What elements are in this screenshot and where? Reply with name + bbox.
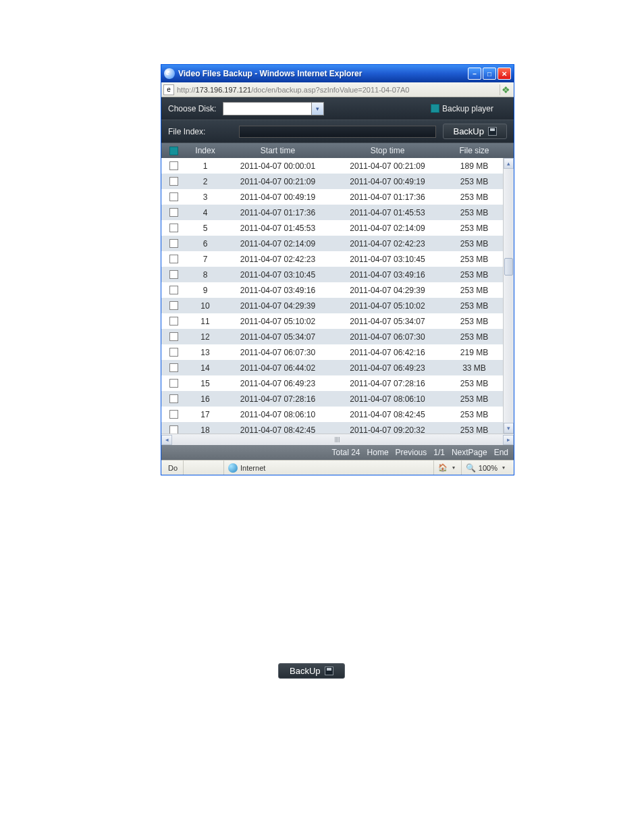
row-checkbox[interactable] bbox=[169, 425, 178, 434]
status-done: Do bbox=[164, 461, 183, 475]
scroll-grip-icon bbox=[335, 437, 340, 442]
ie-icon bbox=[164, 68, 175, 79]
backup-player-label: Backup player bbox=[442, 104, 493, 113]
cell-index: 16 bbox=[188, 394, 222, 404]
app-body: Choose Disk: ▾ Backup player File Index:… bbox=[161, 97, 514, 460]
row-checkbox[interactable] bbox=[169, 239, 178, 248]
row-checkbox[interactable] bbox=[169, 394, 178, 403]
compat-icon[interactable]: ❖ bbox=[500, 84, 512, 95]
horizontal-scrollbar[interactable]: ◂ ▸ bbox=[161, 434, 514, 445]
cell-index: 2 bbox=[188, 177, 222, 186]
table-row[interactable]: 52011-04-07 01:45:532011-04-07 02:14:092… bbox=[161, 220, 514, 236]
cell-stop: 2011-04-07 05:10:02 bbox=[333, 301, 441, 311]
cell-stop: 2011-04-07 09:20:32 bbox=[333, 425, 441, 434]
row-checkbox[interactable] bbox=[169, 363, 178, 372]
backup-button-standalone[interactable]: BackUp bbox=[278, 663, 345, 679]
disk-select[interactable]: ▾ bbox=[223, 102, 324, 115]
backup-button[interactable]: BackUp bbox=[443, 124, 507, 139]
cell-index: 12 bbox=[188, 332, 222, 342]
table-row[interactable]: 182011-04-07 08:42:452011-04-07 09:20:32… bbox=[161, 422, 514, 434]
cell-stop: 2011-04-07 04:29:39 bbox=[333, 286, 441, 295]
cell-start: 2011-04-07 00:49:19 bbox=[222, 192, 333, 202]
table-row[interactable]: 162011-04-07 07:28:162011-04-07 08:06:10… bbox=[161, 391, 514, 407]
row-checkbox[interactable] bbox=[169, 161, 178, 170]
cell-index: 1 bbox=[188, 161, 222, 171]
pager-next[interactable]: NextPage bbox=[452, 448, 487, 457]
row-checkbox[interactable] bbox=[169, 410, 178, 419]
cell-start: 2011-04-07 00:21:09 bbox=[222, 177, 333, 186]
row-checkbox[interactable] bbox=[169, 177, 178, 186]
scroll-up-icon[interactable]: ▴ bbox=[504, 158, 514, 169]
table-row[interactable]: 112011-04-07 05:10:022011-04-07 05:34:07… bbox=[161, 313, 514, 329]
row-checkbox[interactable] bbox=[169, 192, 178, 201]
table-row[interactable]: 92011-04-07 03:49:162011-04-07 04:29:392… bbox=[161, 282, 514, 298]
zoom-level[interactable]: 🔍 100% ▾ bbox=[461, 461, 511, 475]
table-row[interactable]: 82011-04-07 03:10:452011-04-07 03:49:162… bbox=[161, 267, 514, 282]
table-row[interactable]: 32011-04-07 00:49:192011-04-07 01:17:362… bbox=[161, 189, 514, 205]
row-checkbox[interactable] bbox=[169, 332, 178, 341]
table-row[interactable]: 152011-04-07 06:49:232011-04-07 07:28:16… bbox=[161, 375, 514, 391]
table-row[interactable]: 42011-04-07 01:17:362011-04-07 01:45:532… bbox=[161, 205, 514, 220]
table-row[interactable]: 172011-04-07 08:06:102011-04-07 08:42:45… bbox=[161, 407, 514, 422]
row-checkbox[interactable] bbox=[169, 208, 178, 217]
cell-stop: 2011-04-07 00:21:09 bbox=[333, 161, 441, 171]
table-body: 12011-04-07 00:00:012011-04-07 00:21:091… bbox=[161, 158, 514, 434]
row-checkbox[interactable] bbox=[169, 270, 178, 279]
table-row[interactable]: 122011-04-07 05:34:072011-04-07 06:07:30… bbox=[161, 329, 514, 344]
table-row[interactable]: 72011-04-07 02:42:232011-04-07 03:10:452… bbox=[161, 251, 514, 267]
pager: Total 24 Home Previous 1/1 NextPage End bbox=[161, 445, 514, 460]
cell-stop: 2011-04-07 08:06:10 bbox=[333, 394, 441, 404]
toolbar-disk: Choose Disk: ▾ Backup player bbox=[161, 97, 514, 120]
minimize-button[interactable]: – bbox=[468, 68, 481, 80]
cell-start: 2011-04-07 08:06:10 bbox=[222, 410, 333, 419]
close-button[interactable]: ✕ bbox=[498, 68, 511, 80]
select-all-checkbox[interactable] bbox=[169, 147, 178, 155]
maximize-button[interactable]: □ bbox=[483, 68, 496, 80]
cell-stop: 2011-04-07 07:28:16 bbox=[333, 379, 441, 388]
cell-start: 2011-04-07 06:49:23 bbox=[222, 379, 333, 388]
file-index-input[interactable] bbox=[239, 126, 436, 138]
row-checkbox[interactable] bbox=[169, 301, 178, 310]
cell-start: 2011-04-07 01:17:36 bbox=[222, 208, 333, 217]
protected-mode[interactable]: 🏠▾ bbox=[433, 461, 461, 475]
pager-home[interactable]: Home bbox=[367, 448, 389, 457]
titlebar[interactable]: Video Files Backup - Windows Internet Ex… bbox=[161, 65, 514, 82]
vertical-scrollbar[interactable]: ▴ ▾ bbox=[503, 158, 514, 434]
row-checkbox[interactable] bbox=[169, 379, 178, 388]
globe-icon bbox=[228, 463, 238, 473]
table-row[interactable]: 102011-04-07 04:29:392011-04-07 05:10:02… bbox=[161, 298, 514, 313]
scroll-right-icon[interactable]: ▸ bbox=[503, 435, 514, 445]
table-row[interactable]: 142011-04-07 06:44:022011-04-07 06:49:23… bbox=[161, 360, 514, 375]
table-row[interactable]: 22011-04-07 00:21:092011-04-07 00:49:192… bbox=[161, 174, 514, 189]
cell-stop: 2011-04-07 01:45:53 bbox=[333, 208, 441, 217]
magnifier-icon: 🔍 bbox=[466, 463, 476, 473]
scroll-left-icon[interactable]: ◂ bbox=[161, 435, 172, 445]
col-index: Index bbox=[188, 146, 222, 155]
scroll-down-icon[interactable]: ▾ bbox=[504, 423, 514, 434]
choose-disk-label: Choose Disk: bbox=[168, 104, 216, 113]
address-bar[interactable]: e http://173.196.197.121/doc/en/backup.a… bbox=[161, 82, 514, 97]
pager-previous[interactable]: Previous bbox=[396, 448, 427, 457]
table-row[interactable]: 132011-04-07 06:07:302011-04-07 06:42:16… bbox=[161, 344, 514, 360]
row-checkbox[interactable] bbox=[169, 224, 178, 232]
chevron-down-icon[interactable]: ▾ bbox=[500, 465, 507, 471]
scroll-thumb[interactable] bbox=[504, 258, 513, 276]
cell-start: 2011-04-07 06:07:30 bbox=[222, 348, 333, 357]
backup-player-checkbox[interactable]: Backup player bbox=[431, 104, 493, 113]
table-row[interactable]: 12011-04-07 00:00:012011-04-07 00:21:091… bbox=[161, 158, 514, 174]
row-checkbox[interactable] bbox=[169, 348, 178, 357]
table-row[interactable]: 62011-04-07 02:14:092011-04-07 02:42:232… bbox=[161, 236, 514, 251]
status-bar: Do Internet 🏠▾ 🔍 100% ▾ bbox=[161, 460, 514, 475]
row-checkbox[interactable] bbox=[169, 317, 178, 325]
chevron-down-icon[interactable]: ▾ bbox=[311, 103, 323, 115]
pager-end[interactable]: End bbox=[494, 448, 508, 457]
row-checkbox[interactable] bbox=[169, 286, 178, 294]
cell-start: 2011-04-07 05:34:07 bbox=[222, 332, 333, 342]
cell-stop: 2011-04-07 01:17:36 bbox=[333, 192, 441, 202]
checkbox-icon[interactable] bbox=[431, 104, 439, 113]
row-checkbox[interactable] bbox=[169, 255, 178, 263]
cell-start: 2011-04-07 01:45:53 bbox=[222, 224, 333, 233]
cell-start: 2011-04-07 06:44:02 bbox=[222, 363, 333, 373]
backup-button-label: BackUp bbox=[453, 126, 484, 136]
file-index-label: File Index: bbox=[168, 127, 205, 136]
